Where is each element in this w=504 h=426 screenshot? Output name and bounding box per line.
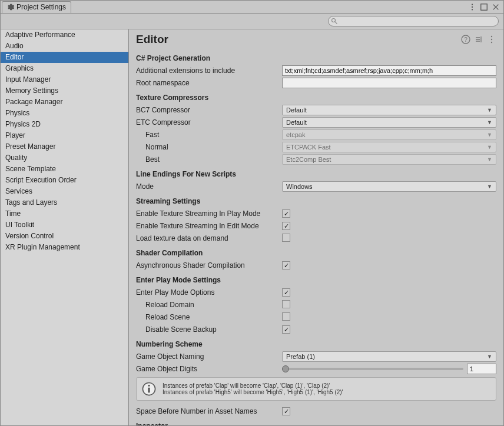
sidebar-item-memory-settings[interactable]: Memory Settings — [1, 85, 128, 96]
titlebar: Project Settings — [1, 1, 503, 14]
input-root-namespace[interactable] — [282, 78, 496, 88]
section-playmode: Enter Play Mode Settings — [136, 276, 496, 284]
section-streaming: Streaming Settings — [136, 197, 496, 205]
label-etc: ETC Compressor — [136, 118, 282, 127]
section-csharp: C# Project Generation — [136, 54, 496, 62]
sidebar-item-ui-toolkit[interactable]: UI Toolkit — [1, 219, 128, 231]
sidebar: Adaptive PerformanceAudioEditorGraphicsI… — [1, 29, 129, 425]
info-line1: Instances of prefab 'Clap' will become '… — [163, 382, 343, 389]
svg-point-9 — [491, 39, 492, 40]
search-row — [1, 14, 503, 29]
checkbox-space-before-num[interactable] — [282, 407, 290, 415]
search-icon — [331, 18, 338, 25]
section-numbering: Numbering Scheme — [136, 340, 496, 348]
sidebar-item-player[interactable]: Player — [1, 130, 128, 141]
maximize-icon[interactable] — [480, 3, 488, 11]
menu-icon[interactable] — [487, 35, 496, 44]
checkbox-stream-demand[interactable] — [282, 234, 290, 242]
tab-project-settings[interactable]: Project Settings — [2, 1, 71, 13]
label-additional-ext: Additional extensions to include — [136, 66, 282, 75]
checkbox-playmode-opts[interactable] — [282, 288, 290, 297]
gear-icon — [7, 4, 14, 11]
dropdown-lineend-mode[interactable]: Windows▼ — [282, 181, 496, 192]
label-etc-best: Best — [136, 155, 282, 164]
label-reload-scene: Reload Scene — [136, 313, 282, 321]
label-stream-play: Enable Texture Streaming In Play Mode — [136, 209, 282, 218]
sidebar-item-editor[interactable]: Editor — [1, 52, 128, 63]
page-title: Editor — [136, 33, 457, 46]
label-etc-fast: Fast — [136, 131, 282, 139]
info-line2: Instances of prefab 'High5' will become … — [163, 389, 343, 395]
label-stream-edit: Enable Texture Streaming In Edit Mode — [136, 222, 282, 230]
svg-point-8 — [491, 36, 492, 37]
sidebar-item-scene-template[interactable]: Scene Template — [1, 164, 128, 175]
label-go-digits: Game Object Digits — [136, 365, 282, 373]
main-panel: Editor ? C# Project Generation Additiona… — [129, 29, 503, 425]
label-reload-domain: Reload Domain — [136, 301, 282, 309]
project-settings-window: Project Settings Adaptive PerformanceAud… — [0, 0, 504, 426]
checkbox-stream-play[interactable] — [282, 209, 290, 218]
sidebar-item-script-execution-order[interactable]: Script Execution Order — [1, 175, 128, 186]
dropdown-bc7[interactable]: Default▼ — [282, 105, 496, 115]
content-scroll[interactable]: C# Project Generation Additional extensi… — [129, 49, 503, 425]
sidebar-item-input-manager[interactable]: Input Manager — [1, 74, 128, 85]
sidebar-item-physics[interactable]: Physics — [1, 108, 128, 119]
label-bc7: BC7 Compressor — [136, 106, 282, 114]
label-playmode-opts: Enter Play Mode Options — [136, 288, 282, 297]
svg-point-0 — [472, 4, 473, 5]
info-icon — [141, 381, 157, 397]
svg-point-12 — [148, 385, 150, 387]
checkbox-stream-edit[interactable] — [282, 222, 290, 230]
numbering-info-box: Instances of prefab 'Clap' will become '… — [136, 377, 496, 401]
input-go-digits[interactable] — [467, 364, 496, 374]
section-shader: Shader Compilation — [136, 249, 496, 257]
sidebar-item-preset-manager[interactable]: Preset Manager — [1, 141, 128, 152]
label-stream-demand: Load texture data on demand — [136, 234, 282, 242]
label-disable-backup: Disable Scene Backup — [136, 325, 282, 334]
sidebar-item-audio[interactable]: Audio — [1, 41, 128, 52]
dropdown-etc-normal: ETCPACK Fast▼ — [282, 142, 496, 152]
sidebar-item-services[interactable]: Services — [1, 186, 128, 197]
sidebar-item-quality[interactable]: Quality — [1, 152, 128, 164]
svg-rect-3 — [481, 4, 488, 10]
sidebar-item-physics-2d[interactable]: Physics 2D — [1, 119, 128, 130]
label-etc-normal: Normal — [136, 143, 282, 151]
svg-rect-13 — [148, 388, 150, 393]
preset-icon[interactable] — [474, 35, 483, 44]
input-additional-ext[interactable] — [282, 65, 496, 76]
sidebar-item-tags-and-layers[interactable]: Tags and Layers — [1, 197, 128, 208]
label-root-namespace: Root namespace — [136, 79, 282, 87]
help-icon[interactable]: ? — [461, 35, 470, 44]
svg-line-5 — [335, 22, 337, 24]
dropdown-go-naming[interactable]: Prefab (1)▼ — [282, 351, 496, 362]
checkbox-reload-domain[interactable] — [282, 300, 290, 308]
sidebar-item-xr-plugin-management[interactable]: XR Plugin Management — [1, 242, 128, 253]
kebab-menu-icon[interactable] — [468, 3, 476, 11]
dropdown-etc[interactable]: Default▼ — [282, 117, 496, 128]
section-inspector: Inspector — [136, 422, 496, 425]
label-lineend-mode: Mode — [136, 182, 282, 191]
svg-point-4 — [332, 19, 336, 22]
svg-point-1 — [472, 6, 473, 7]
checkbox-disable-backup[interactable] — [282, 325, 290, 334]
svg-text:?: ? — [464, 36, 467, 43]
sidebar-item-graphics[interactable]: Graphics — [1, 63, 128, 74]
dropdown-etc-best: Etc2Comp Best▼ — [282, 154, 496, 165]
search-input[interactable] — [328, 16, 499, 26]
checkbox-async-shader[interactable] — [282, 261, 290, 269]
sidebar-item-adaptive-performance[interactable]: Adaptive Performance — [1, 29, 128, 41]
slider-go-digits[interactable] — [282, 368, 463, 370]
tab-label: Project Settings — [16, 3, 66, 11]
dropdown-etc-fast: etcpak▼ — [282, 129, 496, 140]
checkbox-reload-scene[interactable] — [282, 312, 290, 321]
close-icon[interactable] — [492, 3, 500, 11]
sidebar-item-version-control[interactable]: Version Control — [1, 231, 128, 242]
label-async-shader: Asynchronous Shader Compilation — [136, 261, 282, 269]
label-go-naming: Game Object Naming — [136, 352, 282, 361]
sidebar-item-time[interactable]: Time — [1, 208, 128, 219]
svg-point-10 — [491, 42, 492, 43]
svg-point-2 — [472, 9, 473, 10]
sidebar-item-package-manager[interactable]: Package Manager — [1, 96, 128, 108]
section-lineend: Line Endings For New Scripts — [136, 170, 496, 178]
search-box — [328, 16, 499, 26]
